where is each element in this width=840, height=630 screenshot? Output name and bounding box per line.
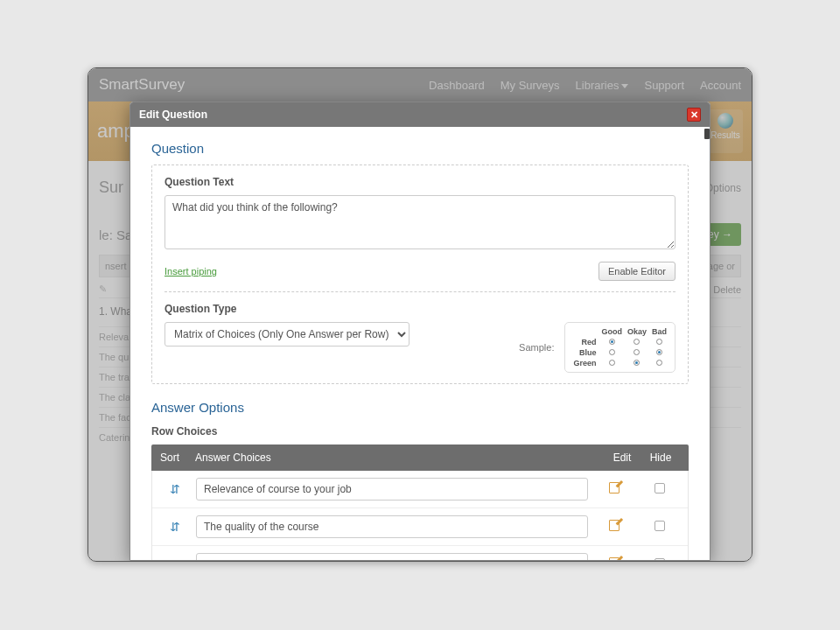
question-text-input[interactable]: What did you think of the following? bbox=[164, 195, 676, 249]
col-hide: Hide bbox=[641, 452, 680, 464]
row-choices-body: ⇵ ⇵ ⇵ bbox=[151, 471, 689, 560]
edit-question-modal: Edit Question ✕ Question Question Text W… bbox=[130, 102, 710, 561]
modal-body: Question Question Text What did you thin… bbox=[130, 127, 710, 560]
close-icon[interactable]: ✕ bbox=[687, 108, 701, 122]
table-row: ⇵ bbox=[152, 508, 688, 546]
edit-icon[interactable] bbox=[607, 556, 621, 560]
section-question-title: Question bbox=[151, 141, 689, 156]
question-text-label: Question Text bbox=[164, 176, 676, 188]
col-sort: Sort bbox=[160, 452, 195, 464]
hide-checkbox[interactable] bbox=[654, 483, 665, 494]
modal-header: Edit Question ✕ bbox=[130, 102, 710, 127]
table-row: ⇵ bbox=[152, 471, 688, 508]
answer-choice-input[interactable] bbox=[196, 553, 588, 560]
sort-handle-icon[interactable]: ⇵ bbox=[161, 520, 189, 534]
question-panel: Question Text What did you think of the … bbox=[151, 164, 689, 384]
sample-preview: GoodOkayBad Red Blue Green bbox=[564, 322, 676, 373]
sort-handle-icon[interactable]: ⇵ bbox=[161, 557, 189, 560]
app-window: SmartSurvey Dashboard My Surveys Librari… bbox=[88, 67, 752, 562]
col-edit: Edit bbox=[603, 452, 641, 464]
answer-choice-input[interactable] bbox=[196, 478, 588, 500]
hide-checkbox[interactable] bbox=[654, 558, 665, 560]
enable-editor-button[interactable]: Enable Editor bbox=[598, 262, 676, 281]
table-row: ⇵ bbox=[152, 546, 688, 560]
scrollbar-thumb[interactable] bbox=[704, 129, 710, 139]
col-answer: Answer Choices bbox=[195, 452, 603, 464]
sort-handle-icon[interactable]: ⇵ bbox=[161, 482, 189, 496]
question-type-panel: Question Type Matrix of Choices (Only On… bbox=[164, 291, 676, 373]
hide-checkbox[interactable] bbox=[654, 521, 665, 531]
edit-icon[interactable] bbox=[607, 518, 621, 532]
modal-title: Edit Question bbox=[139, 108, 207, 121]
sample-label: Sample: bbox=[519, 342, 554, 353]
row-choices-header: Sort Answer Choices Edit Hide bbox=[151, 444, 689, 471]
insert-piping-link[interactable]: Insert piping bbox=[164, 266, 217, 276]
row-choices-label: Row Choices bbox=[151, 425, 689, 438]
question-type-select[interactable]: Matrix of Choices (Only One Answer per R… bbox=[164, 322, 410, 346]
section-answers-title: Answer Options bbox=[151, 400, 689, 415]
question-type-label: Question Type bbox=[164, 303, 676, 315]
answer-choice-input[interactable] bbox=[196, 515, 588, 538]
edit-icon[interactable] bbox=[607, 480, 621, 494]
